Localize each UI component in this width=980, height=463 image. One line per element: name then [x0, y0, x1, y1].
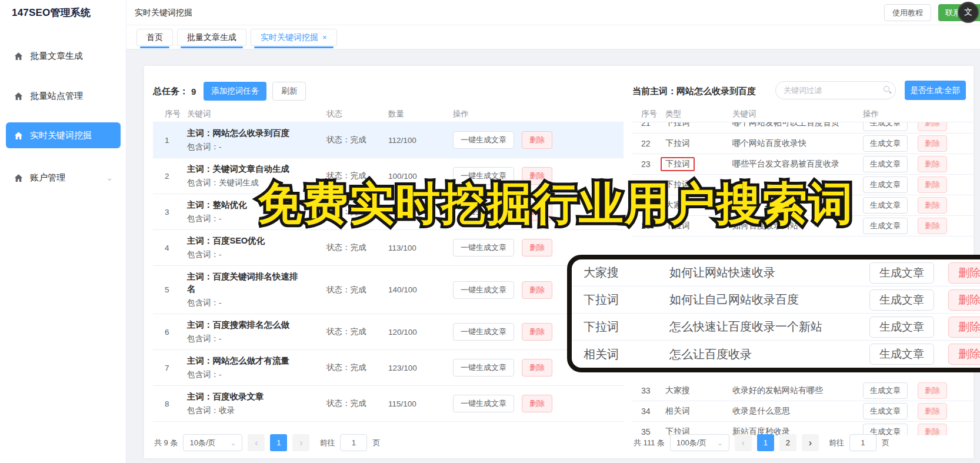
delete-button[interactable]: 删除	[948, 262, 980, 284]
app-logo: 147SEO管理系统	[12, 6, 91, 19]
keyword-text: 哪些平台发文容易被百度收录	[732, 159, 863, 169]
generate-article-button[interactable]: 生成文章	[863, 156, 908, 172]
translate-widget-icon[interactable]: 文	[958, 2, 979, 23]
column-header-type: 类型	[665, 109, 732, 119]
delete-button[interactable]: 删除	[522, 167, 552, 185]
page-size-select[interactable]: 100条/页 ⌄	[670, 434, 729, 451]
task-row: 5 主词：百度关键词排名快速排名 包含词：- 状态：完成 140/100 一键生…	[153, 266, 624, 314]
generate-article-button[interactable]: 生成文章	[863, 176, 908, 193]
page-button-1[interactable]: 1	[270, 434, 287, 451]
task-status: 状态：完成	[326, 285, 388, 295]
topbar: 实时关键词挖掘 使用教程 联系客服 文	[126, 0, 980, 25]
delete-button[interactable]: 删除	[918, 403, 947, 419]
delete-button[interactable]: 删除	[918, 197, 947, 214]
task-count: 120/100	[388, 328, 453, 337]
generate-all-button[interactable]: 是否生成:全部	[905, 81, 966, 100]
goto-unit: 页	[882, 438, 889, 448]
task-contain-words: 包含词：-	[187, 213, 326, 225]
generate-article-button[interactable]: 一键生成文章	[453, 395, 514, 412]
tab-label: 首页	[146, 32, 163, 43]
column-header-keyword: 关键词	[732, 109, 863, 119]
delete-button[interactable]: 删除	[522, 323, 552, 341]
keyword-filter-input[interactable]	[775, 81, 896, 99]
generate-article-button[interactable]: 一键生成文章	[453, 203, 514, 221]
task-main-keyword: 主词：关键词文章自动生成	[187, 163, 305, 175]
sidebar-item-account[interactable]: 账户管理 ⌄	[6, 165, 121, 191]
generate-article-button[interactable]: 一键生成文章	[453, 281, 514, 299]
delete-button[interactable]: 删除	[918, 176, 947, 193]
delete-button[interactable]: 删除	[918, 156, 947, 172]
delete-button[interactable]: 删除	[918, 135, 947, 152]
keyword-type: 相关词	[572, 347, 669, 362]
delete-button[interactable]: 删除	[918, 424, 947, 435]
generate-article-button[interactable]: 生成文章	[863, 122, 908, 131]
add-task-button[interactable]: 添加挖词任务	[204, 82, 266, 101]
delete-button[interactable]: 删除	[522, 203, 552, 221]
task-status: 状态：完成	[326, 398, 388, 409]
next-page-button[interactable]: ›	[802, 434, 819, 451]
generate-article-button[interactable]: 生成文章	[863, 424, 908, 435]
delete-button[interactable]: 删除	[948, 317, 980, 338]
delete-button[interactable]: 删除	[948, 289, 980, 311]
generate-article-button[interactable]: 生成文章	[869, 344, 934, 365]
delete-button[interactable]: 删除	[522, 359, 552, 377]
delete-button[interactable]: 删除	[918, 122, 947, 131]
keyword-row: 23 下拉词 哪些平台发文容易被百度收录 生成文章 删除	[632, 154, 974, 175]
tab-home[interactable]: 首页	[136, 29, 173, 46]
page-button-2[interactable]: 2	[779, 434, 796, 451]
task-main-keyword: 主词：百度搜索排名怎么做	[187, 319, 305, 331]
prev-page-button[interactable]: ‹	[248, 434, 265, 451]
close-icon[interactable]: ×	[322, 33, 327, 42]
chevron-down-icon: ⌄	[230, 439, 236, 447]
keyword-text: 哪个网站发帖可以上百度首页	[732, 122, 863, 128]
delete-button[interactable]: 删除	[522, 395, 552, 412]
tab-batch-articles[interactable]: 批量文章生成	[177, 29, 246, 46]
tutorial-button[interactable]: 使用教程	[884, 4, 931, 21]
refresh-button[interactable]: 刷新	[272, 82, 306, 101]
generate-article-button[interactable]: 生成文章	[863, 197, 908, 214]
pagination-total: 共 111 条	[634, 438, 665, 448]
delete-button[interactable]: 删除	[522, 131, 552, 149]
goto-page-input[interactable]	[849, 434, 876, 451]
task-main-keyword: 主词：百度收录文章	[187, 391, 305, 403]
keyword-row: 33 大家搜 收录好的发帖网站有哪些 生成文章 删除	[632, 381, 974, 401]
generate-article-button[interactable]: 生成文章	[869, 317, 934, 338]
goto-page-input[interactable]	[340, 434, 367, 451]
goto-label: 前往	[319, 438, 335, 448]
delete-button[interactable]: 删除	[948, 344, 980, 365]
task-main-keyword: 主词：网站怎么做才有流量	[187, 355, 305, 367]
generate-article-button[interactable]: 一键生成文章	[453, 131, 514, 149]
chevron-down-icon: ⌄	[717, 439, 723, 447]
tab-keyword-mining[interactable]: 实时关键词挖掘 ×	[251, 29, 337, 46]
generate-article-button[interactable]: 生成文章	[869, 262, 934, 284]
generate-article-button[interactable]: 一键生成文章	[453, 239, 514, 257]
keyword-row: 22 下拉词 哪个网站百度收录快 生成文章 删除	[632, 134, 974, 154]
sidebar-item-keyword-mining[interactable]: 实时关键词挖掘	[6, 122, 121, 148]
prev-page-button[interactable]: ‹	[735, 434, 752, 451]
task-status: 状态：完成	[326, 135, 388, 145]
generate-article-button[interactable]: 一键生成文章	[453, 167, 514, 185]
next-page-button[interactable]: ›	[292, 434, 309, 451]
delete-button[interactable]: 删除	[918, 218, 947, 234]
task-index: 1	[153, 136, 187, 145]
sidebar-item-batch-articles[interactable]: 批量文章生成	[6, 43, 121, 69]
sidebar-item-batch-sites[interactable]: 批量站点管理	[6, 83, 121, 109]
keyword-table-header: 序号 类型 关键词 操作	[632, 106, 974, 122]
zoom-callout-box: 大家搜 如何让网站快速收录 生成文章 删除 下拉词 如何让自己网站收录百度 生成…	[567, 255, 980, 372]
generate-article-button[interactable]: 一键生成文章	[453, 323, 514, 341]
delete-button[interactable]: 删除	[918, 382, 947, 399]
generate-article-button[interactable]: 生成文章	[863, 403, 908, 419]
keyword-index: 24	[632, 180, 665, 189]
page-size-select[interactable]: 10条/页 ⌄	[183, 434, 242, 451]
generate-article-button[interactable]: 生成文章	[863, 382, 908, 399]
delete-button[interactable]: 删除	[522, 239, 552, 257]
generate-article-button[interactable]: 生成文章	[863, 218, 908, 234]
generate-article-button[interactable]: 一键生成文章	[453, 359, 514, 377]
delete-button[interactable]: 删除	[522, 281, 552, 299]
keyword-type: 大家搜	[572, 265, 669, 281]
home-icon	[14, 51, 24, 61]
generate-article-button[interactable]: 生成文章	[869, 289, 934, 311]
keyword-row: 35 下拉词 新站百度秒收录 生成文章 删除	[632, 422, 974, 435]
page-button-1[interactable]: 1	[757, 434, 774, 451]
generate-article-button[interactable]: 生成文章	[863, 135, 908, 152]
